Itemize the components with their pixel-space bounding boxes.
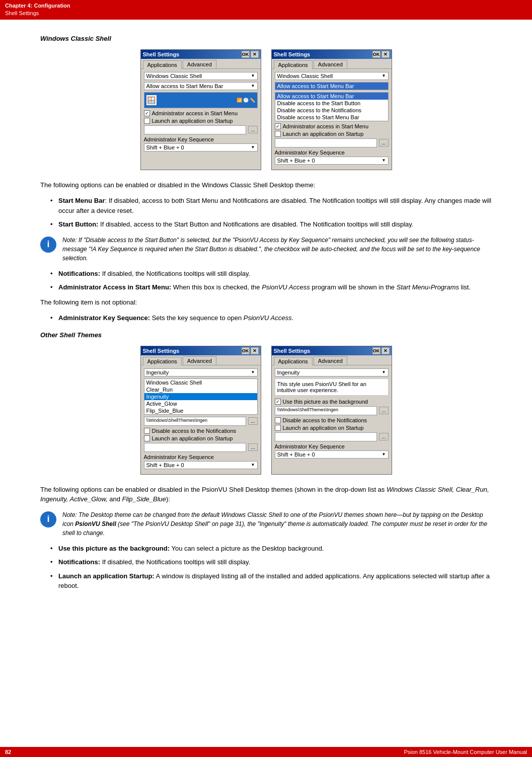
checkbox-row-launch-r1[interactable]: Launch an application on Startup	[275, 131, 389, 137]
info-icon-2: i	[40, 511, 56, 527]
dropdown-item-3[interactable]: Disable access to the Notifications	[275, 107, 388, 114]
tab-advanced-r2[interactable]: Advanced	[314, 356, 347, 365]
dropdown-theme-r2[interactable]: Ingenuity ▼	[275, 368, 389, 376]
tab-advanced-r1[interactable]: Advanced	[314, 60, 347, 68]
dropdown-value-r1: Windows Classic Shell	[277, 73, 333, 79]
bullet-notif-2-label: Notifications:	[58, 558, 100, 566]
tab-applications-1[interactable]: Applications	[143, 60, 182, 69]
checkbox-notif-icon-r2[interactable]	[275, 417, 281, 423]
theme-item-cr[interactable]: Clear_Run	[144, 386, 257, 393]
checkbox-notif-icon-l2[interactable]	[144, 428, 150, 434]
path-textbox-r2[interactable]: \\Windows\ShellThemes\Ingen	[275, 406, 377, 415]
checkbox-launch-r1[interactable]	[275, 131, 281, 137]
dropdown-arrow-2: ▼	[251, 84, 255, 88]
checkbox-row-launch-1[interactable]: Launch an application on Startup	[144, 118, 258, 124]
browse-btn-r2[interactable]: ...	[379, 433, 388, 440]
app-textbox-l2[interactable]	[144, 443, 247, 452]
tab-applications-l2[interactable]: Applications	[143, 357, 182, 365]
checkbox-row-admin-1[interactable]: Administrator access in Start Menu	[144, 110, 258, 116]
bullet-notif-label: Notifications:	[58, 270, 100, 277]
key-seq-dropdown-r1[interactable]: Shift + Blue + 0 ▼	[275, 157, 389, 165]
ok-btn-r2[interactable]: OK	[372, 347, 381, 354]
titlebar-left-1: Shell Settings OK ✕	[141, 50, 261, 59]
section1-heading: Windows Classic Shell	[40, 35, 492, 42]
app-textbox-1[interactable]	[144, 125, 247, 134]
ok-button-1[interactable]: OK	[242, 51, 250, 58]
dropdown-item-2[interactable]: Disable access to the Start Button	[275, 100, 388, 107]
dropdown-shell-type-r1[interactable]: Windows Classic Shell ▼	[275, 72, 389, 80]
key-seq-value-r1: Shift + Blue + 0	[277, 158, 315, 164]
browse-btn-r1[interactable]: ...	[379, 139, 388, 146]
bullet-label-1: Start Menu Bar	[58, 197, 105, 204]
browse-btn-1[interactable]: ...	[248, 126, 257, 133]
tabs-right-1: Applications Advanced	[272, 59, 392, 69]
key-seq-l2[interactable]: Shift + Blue + 0 ▼	[144, 461, 258, 469]
note-content-1: Note: If "Disable access to the Start Bu…	[62, 236, 492, 263]
checkbox-bg-icon-r2[interactable]	[275, 399, 281, 405]
theme-item-ag[interactable]: Active_Glow	[144, 400, 257, 407]
shell-window-2-right: Shell Settings OK ✕ Applications Advance…	[271, 346, 392, 475]
checkbox-launch-l2[interactable]: Launch an application on Startup	[144, 435, 258, 441]
path-row-l2: \\Windows\ShellThemes\Ingen ...	[144, 417, 258, 426]
key-seq-r2[interactable]: Shift + Blue + 0 ▼	[275, 450, 389, 459]
ok-button-r1[interactable]: OK	[372, 51, 381, 58]
titlebar-right-1: Shell Settings OK ✕	[272, 50, 392, 59]
key-seq-arrow-r2: ▼	[382, 452, 386, 457]
dropdown-item-4[interactable]: Disable access to Start Menu Bar	[275, 114, 388, 121]
dropdown-shell-type-1[interactable]: Windows Classic Shell ▼	[144, 72, 258, 80]
checkbox-notif-r2[interactable]: Disable access to the Notifications	[275, 417, 389, 423]
bullet-key-text: Sets the key sequence to open PsionVU Ac…	[150, 314, 293, 322]
app-textbox-r2[interactable]	[275, 432, 377, 441]
checkbox-launch-icon-r2[interactable]	[275, 425, 281, 431]
dropdown-access-1[interactable]: Allow access to Start Menu Bar ▼	[144, 82, 258, 90]
page-number: 82	[5, 749, 11, 755]
note-box-2: i Note: The Desktop theme can be changed…	[40, 510, 492, 538]
tab-applications-r1[interactable]: Applications	[274, 60, 313, 69]
dropdown-item-1[interactable]: Allow access to Start Menu Bar	[275, 93, 388, 100]
dropdown-access-r1[interactable]: Allow access to Start Menu Bar	[275, 82, 389, 90]
theme-item-fsb[interactable]: Flip_Side_Blue	[144, 407, 257, 414]
tab-advanced-l2[interactable]: Advanced	[183, 356, 216, 365]
bullet-key-label: Administrator Key Sequence:	[58, 314, 150, 322]
checkbox-notif-l2[interactable]: Disable access to the Notifications	[144, 428, 258, 434]
key-seq-dropdown-1[interactable]: Shift + Blue + 0 ▼	[144, 143, 258, 152]
ok-btn-l2[interactable]: OK	[242, 347, 250, 354]
browse-btn-l2[interactable]: ...	[248, 443, 257, 451]
app-textbox-r1[interactable]	[275, 138, 377, 147]
checkbox-launch-icon-l2[interactable]	[144, 435, 150, 441]
sys-clock-1: 🕐	[243, 98, 249, 103]
checkbox-launch-label-l2: Launch an application on Startup	[152, 435, 233, 441]
tab-applications-r2[interactable]: Applications	[274, 357, 313, 365]
close-btn-r2[interactable]: ✕	[382, 347, 390, 354]
title-text-l2: Shell Settings	[143, 348, 180, 354]
dropdown-theme-l2[interactable]: Ingenuity ▼	[144, 368, 258, 376]
note-text-2: The Desktop theme can be changed from th…	[62, 511, 487, 537]
title-text-1: Shell Settings	[143, 51, 180, 57]
close-btn-l2[interactable]: ✕	[251, 347, 259, 354]
path-textbox-l2[interactable]: \\Windows\ShellThemes\Ingen	[144, 417, 247, 426]
checkbox-bg-r2[interactable]: Use this picture as the background	[275, 399, 389, 405]
checkbox-launch-1[interactable]	[144, 118, 150, 124]
tabs-right-2: Applications Advanced	[272, 355, 392, 365]
bullet-notif-2: Notifications: If disabled, the Notifica…	[50, 557, 492, 567]
close-button-r1[interactable]: ✕	[382, 51, 390, 58]
browse-path-l2[interactable]: ...	[248, 417, 257, 425]
shell-window-1-left: Shell Settings OK ✕ Applications Advance…	[140, 49, 261, 170]
bullet-label-2: Start Button:	[58, 220, 98, 228]
shell-window-1-right: Shell Settings OK ✕ Applications Advance…	[271, 49, 392, 170]
checkbox-row-admin-r1[interactable]: Administrator access in Start Menu	[275, 123, 389, 129]
browse-path-r2[interactable]: ...	[379, 407, 388, 414]
taskbar-preview-1: 🪟 📶 🕐 ✏️	[144, 92, 258, 108]
checkbox-launch-r2[interactable]: Launch an application on Startup	[275, 425, 389, 431]
close-button-1[interactable]: ✕	[251, 51, 259, 58]
key-seq-value-l2: Shift + Blue + 0	[146, 462, 184, 468]
browse-row-r1: ...	[275, 138, 389, 147]
checkbox-admin-1[interactable]	[144, 110, 150, 116]
theme-item-ing[interactable]: Ingenuity	[144, 393, 257, 400]
checkbox-admin-r1[interactable]	[275, 123, 281, 129]
dropdown-theme-value-l2: Ingenuity	[146, 369, 169, 375]
tab-advanced-1[interactable]: Advanced	[183, 60, 216, 68]
theme-item-wcs[interactable]: Windows Classic Shell	[144, 379, 257, 386]
titlebar-left-2: Shell Settings OK ✕	[141, 346, 261, 355]
dropdown-arrow-1: ▼	[251, 73, 255, 78]
